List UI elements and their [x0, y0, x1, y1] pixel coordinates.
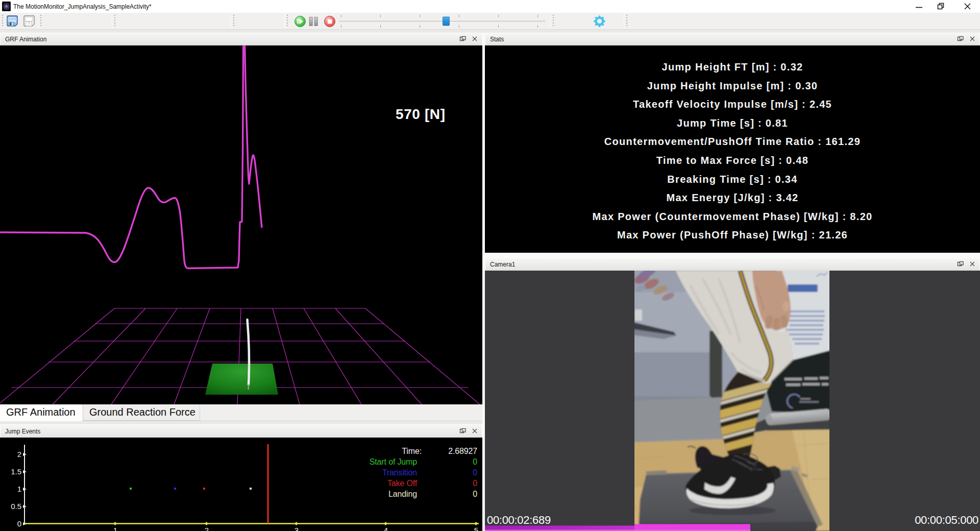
svg-text:0.5: 0.5	[11, 502, 21, 511]
svg-text:2: 2	[17, 450, 21, 458]
svg-text:5: 5	[474, 526, 478, 531]
svg-text:?: ?	[28, 21, 30, 27]
svg-text:2.68927: 2.68927	[448, 447, 477, 455]
svg-text:1: 1	[17, 485, 21, 493]
svg-text:1: 1	[113, 526, 117, 531]
svg-text:00:00:05:000: 00:00:05:000	[915, 514, 978, 526]
svg-text:1.5: 1.5	[11, 467, 21, 476]
svg-text:Start of Jump: Start of Jump	[370, 457, 417, 466]
svg-text:Time:: Time:	[402, 447, 422, 455]
svg-text:0: 0	[17, 519, 21, 528]
svg-text:0: 0	[473, 490, 477, 498]
svg-text:0: 0	[473, 468, 477, 477]
svg-text:Transition: Transition	[382, 468, 417, 477]
svg-text:00:00:02:689: 00:00:02:689	[487, 514, 551, 526]
svg-text:2: 2	[205, 526, 209, 531]
svg-text:Landing: Landing	[388, 490, 417, 498]
svg-text:3: 3	[295, 526, 299, 531]
svg-text:570 [N]: 570 [N]	[396, 106, 446, 122]
svg-text:4: 4	[384, 526, 388, 531]
svg-text:Take Off: Take Off	[387, 479, 418, 488]
svg-text:0: 0	[473, 457, 477, 466]
svg-text:0: 0	[473, 479, 477, 488]
